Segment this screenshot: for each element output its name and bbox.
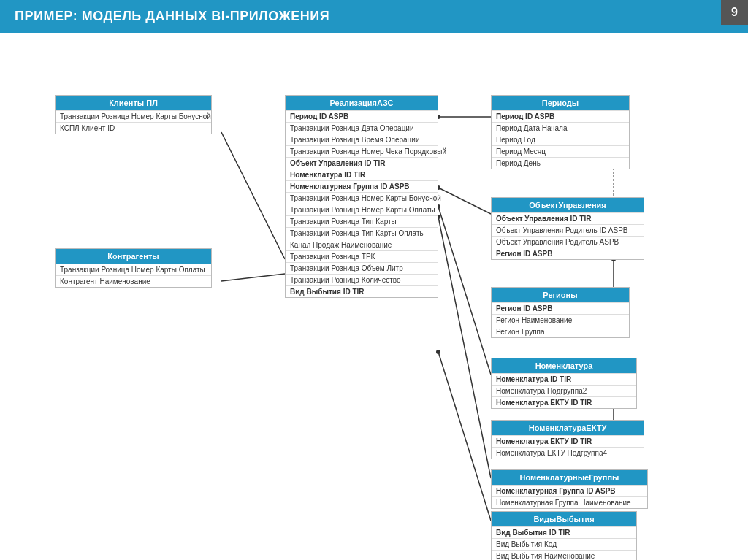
svg-point-11 [436, 350, 440, 354]
entity-row: Номенклатурная Группа ID ASPB [286, 180, 438, 192]
entity-row: Транзакции Розница Номер Карты Бонусной [56, 110, 211, 122]
main-content: Клиенты ПЛ Транзакции Розница Номер Карт… [0, 33, 748, 559]
entity-nomenklatura-header: Номенклатура [492, 358, 636, 373]
entity-row: Номенклатура Подгруппа2 [492, 385, 636, 396]
entity-row: Период ID ASPB [286, 110, 438, 122]
entity-row: Вид Выбытия ID TIR [492, 526, 636, 538]
entity-nomenklat-gruppy-header: НоменклатурныеГруппы [492, 470, 647, 485]
entity-obekt: ОбъектУправления Объект Управления ID TI… [491, 197, 644, 260]
entity-row: Транзакции Розница ТРК [286, 250, 438, 262]
entity-row: Период ID ASPB [492, 110, 629, 122]
entity-row: Период Год [492, 134, 629, 145]
svg-line-0 [221, 132, 285, 259]
entity-row: Номенклатура ЕКТУ ID TIR [492, 396, 636, 408]
svg-line-4 [438, 188, 491, 214]
entity-regiony-header: Регионы [492, 288, 629, 302]
entity-row: Вид Выбытия Наименование [492, 550, 636, 560]
entity-row: Период День [492, 157, 629, 169]
entity-kontragenty-header: Контрагенты [56, 249, 211, 264]
svg-line-8 [438, 217, 491, 478]
entity-row: Контрагент Наименование [56, 275, 211, 287]
entity-row: Регион Группа [492, 326, 629, 337]
entity-row: Объект Управления Родитель ASPB [492, 236, 644, 248]
entity-row: Номенклатурная Группа Наименование [492, 496, 647, 508]
svg-line-1 [221, 274, 285, 281]
entity-row: Канал Продаж Наименование [286, 239, 438, 250]
entity-row: Объект Управления ID TIR [492, 212, 644, 224]
svg-line-10 [438, 352, 491, 521]
entity-row: Транзакции Розница Номер Карты Оплаты [56, 264, 211, 275]
entity-row: Номенклатура ID TIR [492, 373, 636, 385]
entity-periody-header: Периоды [492, 96, 629, 110]
entity-row: Номенклатура ID TIR [286, 169, 438, 180]
entity-row: Вид Выбытия Код [492, 538, 636, 550]
entity-row: Объект Управления Родитель ID ASPB [492, 224, 644, 236]
entity-kontragenty: Контрагенты Транзакции Розница Номер Кар… [55, 248, 212, 288]
page-number: 9 [721, 0, 748, 25]
entity-nomenklatura-ektu-header: НоменклатураЕКТУ [492, 421, 644, 435]
entity-vidy-header: ВидыВыбытия [492, 512, 636, 526]
entity-vidy: ВидыВыбытия Вид Выбытия ID TIR Вид Выбыт… [491, 511, 637, 560]
entity-klienty-header: Клиенты ПЛ [56, 96, 211, 110]
entity-periody: Периоды Период ID ASPB Период Дата Начал… [491, 95, 630, 169]
entity-row: Транзакции Розница Номер Карты Бонусной [286, 192, 438, 204]
entity-row: Транзакции Розница Количество [286, 274, 438, 285]
page-title: ПРИМЕР: МОДЕЛЬ ДАННЫХ BI-ПРИЛОЖЕНИЯ [0, 0, 748, 33]
entity-row: Регион ID ASPB [492, 248, 644, 259]
entity-obekt-header: ОбъектУправления [492, 198, 644, 212]
entity-row: Регион Наименование [492, 314, 629, 326]
entity-nomenklatura: Номенклатура Номенклатура ID TIR Номенкл… [491, 358, 637, 409]
entity-row: Период Месяц [492, 145, 629, 157]
entity-row: Транзакции Розница Тип Карты Оплаты [286, 227, 438, 239]
entity-row: Номенклатурная Группа ID ASPB [492, 485, 647, 496]
entity-row: Транзакции Розница Объем Литр [286, 262, 438, 274]
entity-row: Транзакции Розница Время Операции [286, 134, 438, 145]
entity-realizaciya-header: РеализацияАЗС [286, 96, 438, 110]
svg-line-6 [438, 207, 491, 375]
entity-klienty: Клиенты ПЛ Транзакции Розница Номер Карт… [55, 95, 212, 134]
entity-row: Транзакции Розница Тип Карты [286, 215, 438, 227]
entity-row: Транзакции Розница Дата Операции [286, 122, 438, 134]
entity-row: Транзакции Розница Номер Чека Порядковый [286, 145, 438, 157]
entity-row: Транзакции Розница Номер Карты Оплаты [286, 204, 438, 215]
entity-row: КСПЛ Клиент ID [56, 122, 211, 134]
entity-nomenklatura-ektu: НоменклатураЕКТУ Номенклатура ЕКТУ ID TI… [491, 420, 644, 459]
entity-row: Номенклатура ЕКТУ ID TIR [492, 435, 644, 447]
entity-row: Вид Выбытия ID TIR [286, 285, 438, 297]
entity-row: Регион ID ASPB [492, 302, 629, 314]
entity-regiony: Регионы Регион ID ASPB Регион Наименован… [491, 287, 630, 338]
entity-row: Период Дата Начала [492, 122, 629, 134]
entity-row: Номенклатура ЕКТУ Подгруппа4 [492, 447, 644, 459]
entity-nomenklat-gruppy: НоменклатурныеГруппы Номенклатурная Груп… [491, 469, 648, 509]
entity-realizaciya: РеализацияАЗС Период ID ASPB Транзакции … [285, 95, 438, 298]
entity-row: Объект Управления ID TIR [286, 157, 438, 169]
